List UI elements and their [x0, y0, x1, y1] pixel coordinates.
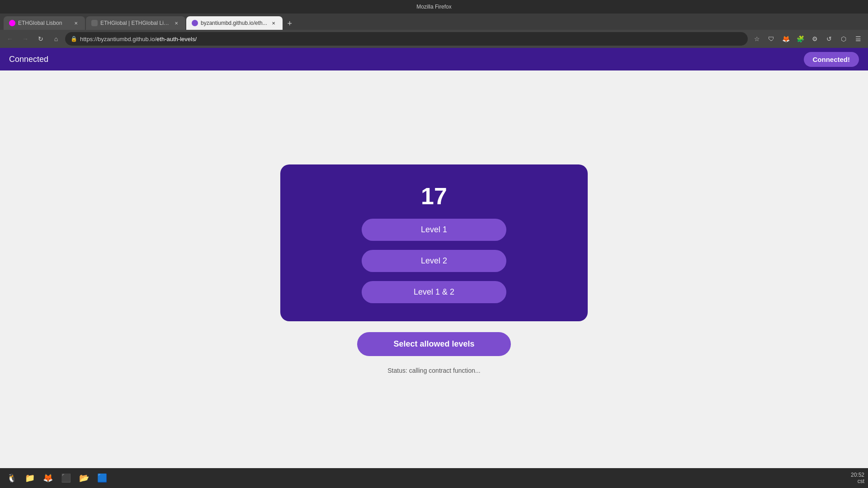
select-allowed-levels-button[interactable]: Select allowed levels [357, 332, 511, 356]
toolbar-icons: ☆ 🛡 🦊 🧩 ⚙ ↺ ⬡ ☰ [750, 33, 864, 45]
sync-icon[interactable]: ↺ [823, 33, 835, 45]
level12-button[interactable]: Level 1 & 2 [362, 281, 506, 303]
menu-icon[interactable]: ☰ [852, 33, 864, 45]
new-tab-button[interactable]: + [283, 17, 296, 30]
firefox-icon[interactable]: 🦊 [779, 33, 792, 45]
levels-card: 17 Level 1 Level 2 Level 1 & 2 [280, 164, 588, 321]
shield-icon[interactable]: 🛡 [765, 33, 778, 45]
status-text: Status: calling contract function... [387, 367, 480, 374]
back-button[interactable]: ← [4, 33, 16, 45]
tab2-favicon [91, 20, 98, 26]
taskbar-right: 20:52 cst [851, 472, 864, 484]
address-text: https://byzantiumbd.github.io/eth-auth-l… [80, 36, 197, 42]
connected-button[interactable]: Connected! [804, 52, 859, 67]
taskbar-clock: 20:52 cst [851, 472, 864, 484]
browser-title: Mozilla Firefox [416, 4, 451, 10]
tab3-label: byzantiumbd.github.io/eth... [201, 20, 267, 26]
home-button[interactable]: ⌂ [50, 33, 62, 45]
bookmark-icon[interactable]: ☆ [750, 33, 763, 45]
taskbar-folder-icon[interactable]: 📂 [76, 470, 92, 486]
taskbar-date: cst [851, 478, 864, 484]
taskbar: 🐧 📁 🦊 ⬛ 📂 🟦 20:52 cst [0, 468, 868, 488]
tab2-label: ETHGlobal | ETHGlobal Lisb... [100, 20, 170, 26]
browser-tab-1[interactable]: ETHGlobal Lisbon ✕ [4, 16, 85, 30]
taskbar-time: 20:52 [851, 472, 864, 478]
browser-tabs: ETHGlobal Lisbon ✕ ETHGlobal | ETHGlobal… [0, 14, 868, 30]
header-title: Connected [9, 55, 48, 64]
level1-button[interactable]: Level 1 [362, 219, 506, 241]
tab1-label: ETHGlobal Lisbon [18, 20, 70, 26]
settings-icon[interactable]: ⚙ [808, 33, 821, 45]
browser-addressbar: ← → ↻ ⌂ 🔒 https://byzantiumbd.github.io/… [0, 30, 868, 48]
card-number: 17 [421, 183, 447, 210]
taskbar-ubuntu-icon[interactable]: 🐧 [4, 470, 20, 486]
taskbar-terminal-icon[interactable]: ⬛ [58, 470, 74, 486]
refresh-button[interactable]: ↻ [34, 33, 47, 45]
browser-tab-2[interactable]: ETHGlobal | ETHGlobal Lisb... ✕ [86, 16, 185, 30]
taskbar-vscode-icon[interactable]: 🟦 [94, 470, 110, 486]
url-prefix: https://byzantiumbd.github.io/ [80, 36, 156, 42]
puzzle-icon[interactable]: ⬡ [837, 33, 850, 45]
forward-button[interactable]: → [19, 33, 32, 45]
lock-icon: 🔒 [71, 36, 77, 42]
taskbar-files-icon[interactable]: 📁 [22, 470, 38, 486]
url-highlight: eth-auth-levels/ [156, 36, 197, 42]
browser-titlebar: Mozilla Firefox [0, 0, 868, 14]
taskbar-firefox-icon[interactable]: 🦊 [40, 470, 56, 486]
address-bar[interactable]: 🔒 https://byzantiumbd.github.io/eth-auth… [65, 32, 748, 46]
browser-tab-3[interactable]: byzantiumbd.github.io/eth... ✕ [186, 16, 283, 30]
app-main: 17 Level 1 Level 2 Level 1 & 2 Select al… [0, 70, 868, 468]
tab1-close-icon[interactable]: ✕ [72, 19, 80, 27]
tab3-close-icon[interactable]: ✕ [270, 19, 277, 27]
tab1-favicon [9, 20, 15, 26]
extension-icon[interactable]: 🧩 [794, 33, 807, 45]
level2-button[interactable]: Level 2 [362, 250, 506, 272]
tab3-favicon [192, 20, 198, 26]
tab2-close-icon[interactable]: ✕ [173, 19, 180, 27]
app-header: Connected Connected! [0, 48, 868, 70]
